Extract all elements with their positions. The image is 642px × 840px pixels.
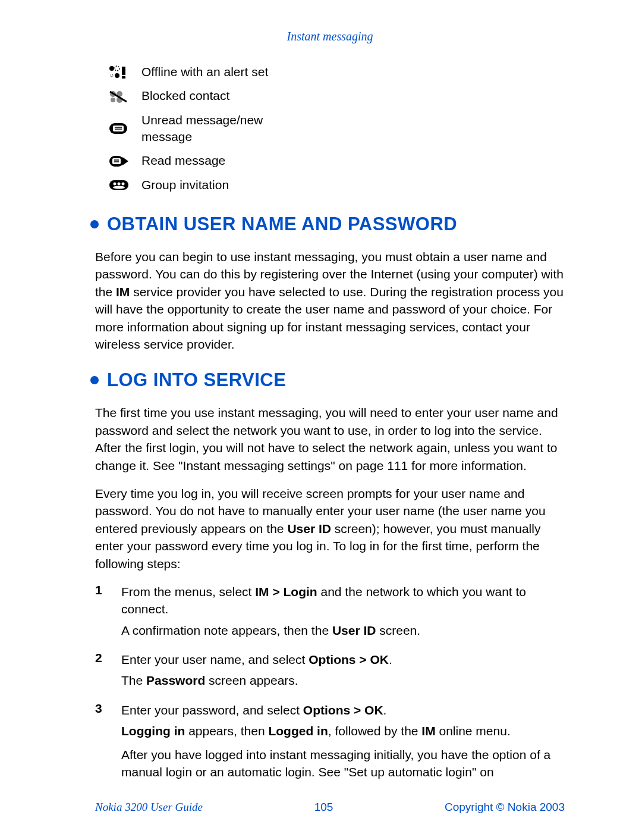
svg-point-22 xyxy=(122,182,125,185)
read-message-icon xyxy=(107,153,131,170)
legend-label: Offline with an alert set xyxy=(141,64,268,80)
blocked-contact-icon xyxy=(107,88,131,105)
unread-message-icon xyxy=(107,120,131,137)
step-body: From the menus, select IM > Login and th… xyxy=(121,583,565,642)
paragraph: Every time you log in, you will receive … xyxy=(95,485,565,572)
footer-guide-name: Nokia 3200 User Guide xyxy=(95,801,203,814)
svg-rect-4 xyxy=(122,67,125,75)
legend-row: Read message xyxy=(107,152,565,169)
step-item: 2 Enter your user name, and select Optio… xyxy=(95,651,565,693)
step-item: 3 Enter your password, and select Option… xyxy=(95,701,565,785)
svg-point-8 xyxy=(111,98,115,102)
bullet-icon xyxy=(90,376,99,384)
legend-row: Group invitation xyxy=(107,177,565,193)
step-item: 1 From the menus, select IM > Login and … xyxy=(95,583,565,642)
legend-row: Unread message/new message xyxy=(107,112,565,146)
svg-point-20 xyxy=(114,182,117,185)
step-number: 2 xyxy=(95,651,121,693)
bullet-icon xyxy=(90,220,99,228)
heading-log: LOG INTO SERVICE xyxy=(90,369,565,391)
paragraph: The first time you use instant messaging… xyxy=(95,404,565,474)
icon-legend: Offline with an alert set Blocked contac… xyxy=(107,64,565,193)
legend-label: Group invitation xyxy=(141,177,229,193)
svg-rect-16 xyxy=(112,158,121,164)
paragraph: Before you can begin to use instant mess… xyxy=(95,248,565,353)
footer-page-number: 105 xyxy=(314,801,333,814)
header-title: Instant messaging xyxy=(287,30,373,43)
step-body: Enter your password, and select Options … xyxy=(121,701,565,785)
svg-point-2 xyxy=(111,74,113,77)
step-list: 1 From the menus, select IM > Login and … xyxy=(95,583,565,785)
legend-label: Blocked contact xyxy=(141,87,229,104)
heading-text: LOG INTO SERVICE xyxy=(107,369,286,391)
svg-rect-12 xyxy=(113,126,124,131)
legend-row: Offline with an alert set xyxy=(107,64,565,80)
footer-copyright: Copyright © Nokia 2003 xyxy=(445,801,565,814)
svg-point-21 xyxy=(118,182,121,185)
page-header: Instant messaging xyxy=(95,30,565,43)
heading-obtain: OBTAIN USER NAME AND PASSWORD xyxy=(90,214,565,235)
group-invitation-icon xyxy=(107,177,131,193)
svg-point-3 xyxy=(115,73,119,78)
svg-point-0 xyxy=(109,66,114,71)
svg-point-23 xyxy=(113,186,125,189)
step-body: Enter your user name, and select Options… xyxy=(121,651,392,693)
step-number: 1 xyxy=(95,583,121,642)
legend-label: Read message xyxy=(141,152,225,169)
legend-row: Blocked contact xyxy=(107,87,565,104)
svg-rect-5 xyxy=(122,76,125,79)
heading-text: OBTAIN USER NAME AND PASSWORD xyxy=(107,214,457,235)
offline-alert-icon xyxy=(107,64,131,80)
legend-label: Unread message/new message xyxy=(141,112,284,146)
step-number: 3 xyxy=(95,701,121,785)
page: Instant messaging Offline with an alert … xyxy=(0,0,642,840)
page-footer: Nokia 3200 User Guide 105 Copyright © No… xyxy=(95,801,565,814)
svg-point-1 xyxy=(115,66,119,71)
